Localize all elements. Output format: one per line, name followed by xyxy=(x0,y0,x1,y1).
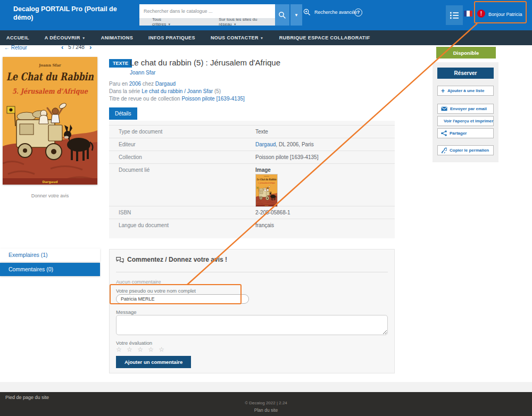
print-preview-button[interactable]: Voir l'aperçu et imprimer xyxy=(437,116,494,126)
link-icon xyxy=(441,147,447,153)
site-logo[interactable]: Decalog PORTAIL Pro (Portail de démo) xyxy=(13,5,128,22)
selection-list-button[interactable] xyxy=(446,5,463,25)
next-result-icon[interactable]: › xyxy=(89,45,92,50)
chevron-down-icon: ▼ xyxy=(82,36,86,40)
detail-row: Type de document Texte xyxy=(109,125,395,138)
user-greeting[interactable]: Bonjour Patricia xyxy=(488,12,522,17)
language-value: français xyxy=(255,222,274,228)
search-plus-icon xyxy=(303,9,311,16)
pseudo-input[interactable] xyxy=(116,294,249,304)
message-textarea[interactable] xyxy=(116,315,388,335)
comments-icon xyxy=(116,256,124,263)
alert-icon[interactable]: ! xyxy=(477,10,485,18)
footer: Pied de page du site © Decalog 2022 | 2.… xyxy=(0,392,532,416)
collection-link[interactable]: Poisson pilote [1639-4135] xyxy=(181,96,244,102)
linked-document-thumbnail[interactable] xyxy=(255,174,278,207)
rate-label[interactable]: Donner votre avis xyxy=(0,193,100,198)
plus-icon: + xyxy=(441,88,445,94)
french-flag-icon[interactable] xyxy=(464,11,472,16)
publication-line: Paru en 2006 chez Dargaud xyxy=(109,81,176,87)
sitemap-link[interactable]: Plan du site xyxy=(0,407,532,413)
share-button[interactable]: Partager xyxy=(437,128,494,138)
divider xyxy=(116,272,388,272)
collection-detail-link[interactable]: Poisson pilote [1639-4135] xyxy=(255,154,318,160)
envelope-icon xyxy=(441,106,447,111)
nav-item-a-decouvrir[interactable]: A DÉCOUVRIR▼ xyxy=(45,35,86,40)
detail-row: Collection Poisson pilote [1639-4135] xyxy=(109,151,395,164)
help-icon[interactable]: ? xyxy=(354,9,362,16)
document-type-link[interactable]: Texte xyxy=(255,129,268,135)
collection-line: Titre de revue ou de collection Poisson … xyxy=(109,96,245,102)
advanced-search-link[interactable]: Recherche avancée xyxy=(303,9,357,16)
search-button[interactable] xyxy=(275,4,289,26)
page: Joann Sfar Le Chat du Rabbin 5. Jérusale… xyxy=(0,0,532,416)
nav-item-espace-collaboratif[interactable]: RUBRIQUE ESPACE COLLABORATIF xyxy=(279,35,370,40)
editor-link[interactable]: Dargaud xyxy=(255,142,276,147)
nav-item-nous-contacter[interactable]: NOUS CONTACTER▼ xyxy=(211,35,264,40)
search-criteria-dropdown[interactable]: Tous critères▼ xyxy=(152,17,180,27)
chevron-down-icon: ▼ xyxy=(234,23,237,26)
comments-heading: Commentez / Donnez votre avis ! xyxy=(116,256,227,263)
search-dropdown-button[interactable]: ▼ xyxy=(290,4,302,26)
chevron-down-icon: ▼ xyxy=(168,23,171,26)
nav-item-infos-pratiques[interactable]: INFOS PRATIQUES xyxy=(148,35,195,40)
copy-permalink-button[interactable]: Copier le permalien xyxy=(437,145,494,155)
rating-label: Votre évaluation xyxy=(116,340,152,346)
detail-row: Editeur Dargaud, DL 2006, Paris xyxy=(109,138,395,151)
isbn-value: 2-205-05868-1 xyxy=(255,210,290,215)
main-nav: ACCUEIL A DÉCOUVRIR▼ ANIMATIONS INFOS PR… xyxy=(0,30,532,45)
list-icon xyxy=(450,11,459,20)
add-to-list-button[interactable]: + Ajouter à une liste xyxy=(437,86,494,96)
actions-panel: Réserver + Ajouter à une liste Envoyer p… xyxy=(433,62,498,162)
reserve-button[interactable]: Réserver xyxy=(437,68,494,79)
tab-commentaires[interactable]: Commentaires (0) xyxy=(0,263,100,276)
no-comments-text: Aucun commentaire xyxy=(116,279,161,285)
add-comment-button[interactable]: Ajouter un commentaire xyxy=(116,356,191,368)
message-label: Message xyxy=(116,309,137,315)
search-input[interactable] xyxy=(139,4,275,18)
nav-item-accueil[interactable]: ACCUEIL xyxy=(6,35,29,40)
prev-result-icon[interactable]: ‹ xyxy=(61,45,63,50)
tab-exemplaires[interactable]: Exemplaires (1) xyxy=(0,248,100,262)
share-icon xyxy=(441,130,447,136)
footer-label: Pied de page du site xyxy=(5,395,49,400)
left-tabs: Exemplaires (1) Commentaires (0) xyxy=(0,248,100,277)
pre-footer-strip xyxy=(0,382,532,392)
record-author-link[interactable]: Joann Sfar xyxy=(130,70,155,76)
detail-row: ISBN 2-205-05868-1 xyxy=(109,206,395,219)
rating-stars[interactable]: ☆ ☆ ☆ ☆ ☆ xyxy=(116,346,166,353)
nav-item-animations[interactable]: ANIMATIONS xyxy=(101,35,133,40)
publisher-link[interactable]: Dargaud xyxy=(155,81,176,87)
footer-copyright: © Decalog 2022 | 2.24 xyxy=(0,401,532,405)
chevron-down-icon: ▼ xyxy=(260,36,264,40)
pseudo-label: Votre pseudo ou votre nom complet xyxy=(116,288,196,294)
search-icon xyxy=(278,11,286,19)
comments-panel: Commentez / Donnez votre avis ! Aucun co… xyxy=(109,249,395,373)
back-link[interactable]: ← Retour xyxy=(4,45,27,51)
detail-row: Langue du document français xyxy=(109,219,395,231)
detail-row-linked-document: Document lié Image xyxy=(109,164,395,206)
record-title: Le chat du rabbin (5) : Jérusalem d'Afri… xyxy=(130,58,280,67)
linked-document-label[interactable]: Image xyxy=(255,167,278,173)
year-link[interactable]: 2006 xyxy=(129,81,141,87)
search-scope-dropdown[interactable]: Sur tous les sites du réseau▼ xyxy=(219,17,275,27)
book-cover xyxy=(3,57,97,185)
availability-badge: Disponible xyxy=(436,47,496,59)
series-line: Dans la série Le chat du rabbin / Joann … xyxy=(109,88,221,94)
series-link[interactable]: Le chat du rabbin / Joann Sfar xyxy=(142,88,213,94)
send-email-button[interactable]: Envoyer par email xyxy=(437,104,494,114)
top-bar: Decalog PORTAIL Pro (Portail de démo) To… xyxy=(0,0,532,30)
search-options-bar: Tous critères▼ Sur tous les sites du rés… xyxy=(139,18,275,26)
tab-details[interactable]: Détails xyxy=(109,107,137,120)
document-type-badge: TEXTE xyxy=(109,59,132,68)
details-panel: Type de document Texte Editeur Dargaud, … xyxy=(109,121,395,238)
